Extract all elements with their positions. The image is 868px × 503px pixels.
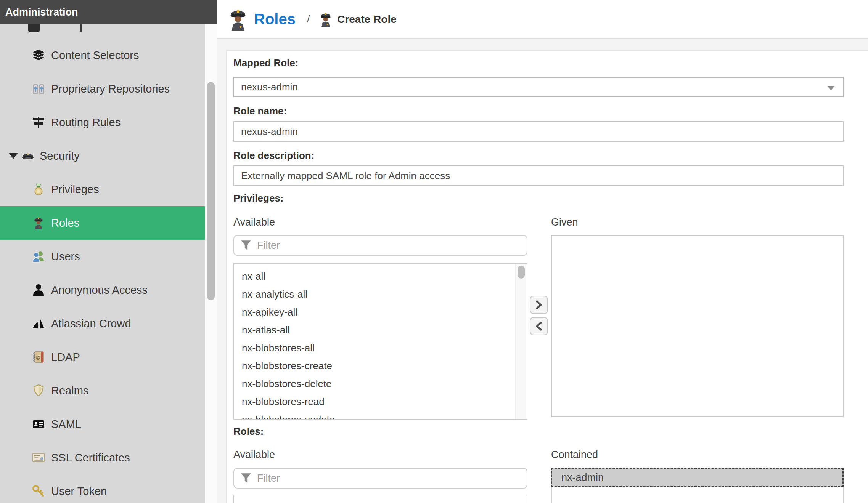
list-item[interactable]: nx-atlas-all [242, 321, 527, 339]
role-name-input[interactable] [233, 121, 844, 142]
roles-filter-input[interactable] [257, 473, 501, 484]
role-name-label: Role name: [233, 105, 287, 117]
sidebar-item-label: SSL Certificates [51, 452, 130, 464]
roles-contained-list[interactable]: nx-admin [551, 468, 844, 503]
person-silhouette-icon [32, 284, 45, 296]
sidebar-item-label: Anonymous Access [51, 284, 148, 296]
clipped-text-fragment [80, 24, 82, 32]
privileges-given-list[interactable] [551, 235, 844, 417]
breadcrumb-section-link[interactable]: Roles [254, 11, 296, 28]
privileges-filter-input[interactable] [257, 240, 501, 252]
mapped-role-select[interactable]: nexus-admin [233, 77, 844, 97]
sidebar-item-proprietary-repositories[interactable]: Proprietary Repositories [0, 72, 205, 106]
police-officer-icon [320, 12, 332, 27]
sidebar-item-anonymous-access[interactable]: Anonymous Access [0, 273, 205, 307]
breadcrumb: Roles / Create Role [229, 0, 397, 38]
sidebar-group-security[interactable]: Security [0, 139, 205, 173]
funnel-icon [240, 240, 252, 251]
privileges-available-heading: Available [233, 216, 275, 228]
list-scrollbar-track[interactable] [515, 264, 527, 419]
privileges-filter [233, 235, 527, 256]
chevron-left-icon [535, 321, 543, 331]
roles-section-label: Roles: [233, 426, 264, 437]
mapped-role-label: Mapped Role: [233, 57, 298, 69]
id-card-icon [32, 418, 45, 431]
police-officer-icon [32, 216, 45, 229]
users-icon [32, 250, 45, 263]
sidebar-item-routing-rules[interactable]: Routing Rules [0, 106, 205, 139]
chevron-down-icon [827, 85, 835, 91]
sidebar-scrollbar-thumb[interactable] [207, 82, 215, 300]
sidebar-item-atlassian-crowd[interactable]: Atlassian Crowd [0, 307, 205, 340]
sidebar-item-roles[interactable]: Roles [0, 206, 205, 240]
sidebar-item-label: Realms [51, 384, 88, 397]
list-scrollbar-thumb[interactable] [518, 266, 525, 279]
breadcrumb-separator: / [307, 13, 310, 25]
roles-available-heading: Available [233, 449, 275, 461]
mapped-role-value: nexus-admin [241, 81, 298, 93]
sidebar-item-content-selectors[interactable]: Content Selectors [0, 38, 205, 72]
sidebar-item-label: SAML [51, 418, 81, 431]
medal-icon [32, 183, 45, 196]
list-item[interactable]: nx-blobstores-delete [242, 375, 527, 393]
role-description-label: Role description: [233, 150, 314, 162]
sidebar-item-label: Users [51, 250, 80, 263]
sidebar-item-label: Routing Rules [51, 116, 121, 129]
list-item[interactable]: nx-analytics-all [242, 285, 527, 303]
sidebar-nav: Content Selectors Proprietary Repositori… [0, 5, 205, 503]
proprietary-repositories-icon [32, 82, 45, 95]
sidebar-item-label: Proprietary Repositories [51, 83, 170, 95]
sidebar-group-label: Security [40, 150, 80, 162]
atlassian-icon [32, 317, 45, 330]
sidebar-item-user-token[interactable]: User Token [0, 474, 205, 503]
sidebar-item-label: Privileges [51, 183, 99, 196]
address-book-icon [32, 351, 45, 364]
chevron-down-icon[interactable] [8, 152, 18, 160]
list-item[interactable]: nx-blobstores-read [242, 393, 527, 411]
admin-sidebar: Content Selectors Proprietary Repositori… [0, 0, 217, 503]
role-description-input[interactable] [233, 165, 844, 186]
roles-filter [233, 468, 527, 489]
breadcrumb-bar: Roles / Create Role [217, 0, 868, 39]
list-item[interactable]: nx-blobstores-update [242, 411, 527, 420]
sidebar-item-label: LDAP [51, 351, 80, 364]
shield-icon [32, 384, 45, 397]
contained-role-item-selected[interactable]: nx-admin [551, 468, 844, 487]
list-item[interactable]: nx-apikey-all [242, 303, 527, 321]
chevron-right-icon [535, 300, 543, 310]
list-item[interactable]: nx-blobstores-all [242, 339, 527, 357]
sidebar-item-saml[interactable]: SAML [0, 407, 205, 441]
sidebar-item-label: Roles [51, 217, 79, 229]
page-title: Create Role [337, 13, 397, 26]
sidebar-item-label: Atlassian Crowd [51, 317, 131, 330]
privileges-available-list[interactable]: nx-all nx-analytics-all nx-apikey-all nx… [233, 263, 527, 420]
roles-contained-heading: Contained [551, 449, 598, 461]
layers-icon [32, 49, 45, 62]
privileges-section-label: Privileges: [233, 192, 284, 204]
sidebar-item-label: Content Selectors [51, 49, 139, 62]
police-cap-icon [21, 151, 34, 161]
remove-privilege-button[interactable] [530, 317, 548, 335]
sidebar-item-privileges[interactable]: Privileges [0, 173, 205, 206]
sidebar-item-realms[interactable]: Realms [0, 374, 205, 407]
privileges-given-heading: Given [551, 216, 578, 228]
sidebar-item-ssl-certificates[interactable]: SSL Certificates [0, 441, 205, 474]
privileges-available-items: nx-all nx-analytics-all nx-apikey-all nx… [234, 264, 527, 420]
police-officer-icon [229, 8, 247, 31]
app-window: Content Selectors Proprietary Repositori… [0, 0, 868, 503]
roles-available-list[interactable] [233, 495, 527, 503]
list-item[interactable]: nx-blobstores-create [242, 357, 527, 375]
sidebar-item-ldap[interactable]: LDAP [0, 340, 205, 374]
sidebar-item-label: User Token [51, 485, 107, 498]
signpost-icon [32, 116, 45, 129]
sidebar-item-users[interactable]: Users [0, 240, 205, 273]
sidebar-title: Administration [0, 0, 217, 24]
certificate-icon [32, 451, 45, 464]
key-icon [32, 485, 45, 498]
funnel-icon [240, 473, 252, 484]
list-item[interactable]: nx-all [242, 268, 527, 285]
add-privilege-button[interactable] [530, 296, 548, 314]
